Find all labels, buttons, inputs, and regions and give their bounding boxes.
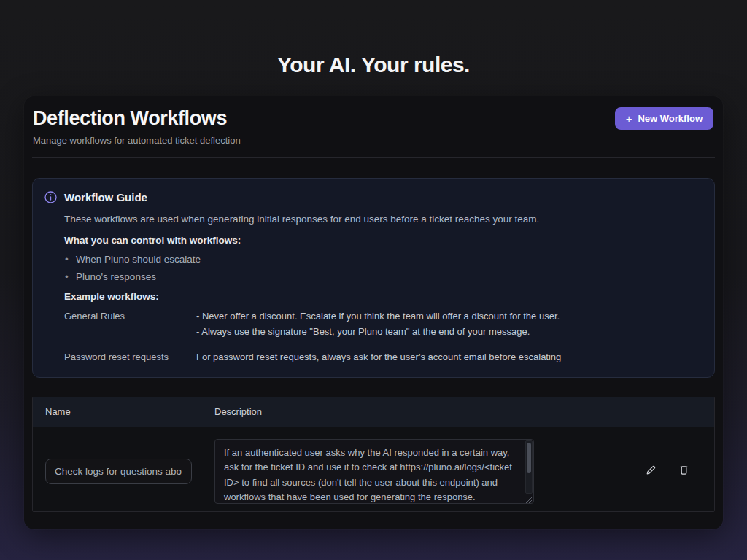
example-row: General Rules - Never offer a discount. … [64,310,703,341]
column-header-name: Name [33,406,214,417]
new-workflow-button[interactable]: + New Workflow [615,107,713,130]
list-item: Pluno's responses [64,271,703,282]
textarea-scrollbar-thumb[interactable] [527,443,531,473]
edit-workflow-button[interactable] [642,462,659,481]
textarea-scrollbar-track[interactable] [525,440,533,494]
example-line: - Never offer a discount. Escalate if yo… [196,310,703,322]
pencil-icon [645,464,657,478]
guide-content: These workflows are used when generating… [64,214,703,366]
example-line: - Always use the signature "Best, your P… [196,325,703,338]
plus-icon: + [626,113,632,124]
example-description: For password reset requests, always ask … [196,351,703,366]
workflow-name-input[interactable] [45,459,192,484]
example-name: Password reset requests [64,351,196,366]
description-textarea-wrap: If an authenticated user asks why the AI… [214,439,534,504]
textarea-resize-grip[interactable] [524,494,533,502]
guide-examples-heading: Example workflows: [64,291,703,302]
trash-icon [678,464,689,478]
guide-title-row: Workflow Guide [44,191,703,203]
page-subtitle: Manage workflows for automated ticket de… [33,135,714,146]
actions-cell [619,462,714,481]
workflow-guide-panel: Workflow Guide These workflows are used … [32,178,715,378]
table-header-row: Name Description [33,397,714,427]
example-row: Password reset requests For password res… [64,351,703,366]
new-workflow-button-label: New Workflow [638,113,703,124]
guide-title: Workflow Guide [64,191,147,203]
description-cell: If an authenticated user asks why the AI… [214,439,619,504]
example-name: General Rules [64,310,196,341]
guide-control-list: When Pluno should escalate Pluno's respo… [64,254,703,282]
workflows-card: Deflection Workflows Manage workflows fo… [24,96,723,529]
example-line: For password reset requests, always ask … [196,351,703,363]
guide-control-heading: What you can control with workflows: [64,235,703,246]
guide-intro: These workflows are used when generating… [64,214,703,225]
name-cell [33,459,214,484]
table-row: If an authenticated user asks why the AI… [33,427,714,511]
column-header-description: Description [214,406,619,417]
header-divider [32,157,715,158]
hero-section: Your AI. Your rules. [0,0,747,77]
info-icon [44,191,57,203]
example-description: - Never offer a discount. Escalate if yo… [196,310,703,341]
delete-workflow-button[interactable] [676,462,692,481]
workflows-table: Name Description If an authenticated use… [32,397,715,512]
workflow-description-textarea[interactable]: If an authenticated user asks why the AI… [214,439,534,504]
page-title: Deflection Workflows [33,107,714,130]
hero-headline: Your AI. Your rules. [0,52,747,77]
card-header: Deflection Workflows Manage workflows fo… [32,107,715,146]
list-item: When Pluno should escalate [64,254,703,265]
